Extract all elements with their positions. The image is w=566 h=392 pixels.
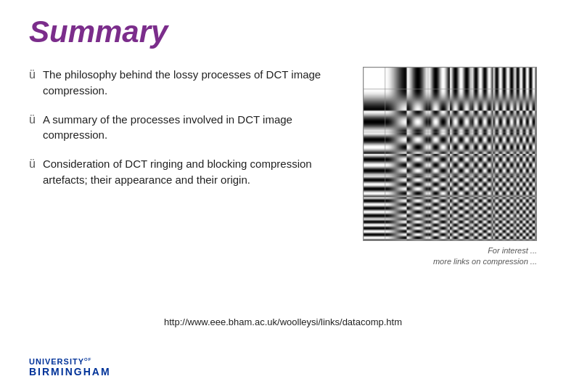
page-title: Summary [29, 15, 537, 49]
bullet-item-2: ü A summary of the processes involved in… [29, 112, 334, 144]
bullet-item-1: ü The philosophy behind the lossy proces… [29, 67, 334, 99]
bullet-text-1: The philosophy behind the lossy processe… [43, 67, 334, 99]
check-icon-3: ü [29, 158, 36, 171]
content-area: ü The philosophy behind the lossy proces… [29, 67, 537, 268]
logo-university-text: UNIVERSITYOF [29, 357, 91, 366]
bullet-item-3: ü Consideration of DCT ringing and block… [29, 156, 334, 188]
dct-image [363, 67, 537, 241]
bullet-text-3: Consideration of DCT ringing and blockin… [43, 156, 334, 188]
university-logo: UNIVERSITYOF BIRMINGHAM [29, 357, 111, 377]
reference-link: http://www.eee.bham.ac.uk/woolleysi/link… [164, 317, 402, 327]
image-caption: For interest ... more links on compressi… [433, 245, 537, 268]
bullet-text-2: A summary of the processes involved in D… [43, 112, 334, 144]
check-icon-1: ü [29, 68, 36, 81]
check-icon-2: ü [29, 113, 36, 126]
logo-birmingham-text: BIRMINGHAM [29, 366, 111, 377]
link-area: http://www.eee.bham.ac.uk/woolleysi/link… [0, 315, 566, 328]
right-panel: For interest ... more links on compressi… [348, 67, 537, 268]
slide: Summary ü The philosophy behind the loss… [0, 0, 566, 392]
bullet-list: ü The philosophy behind the lossy proces… [29, 67, 334, 268]
